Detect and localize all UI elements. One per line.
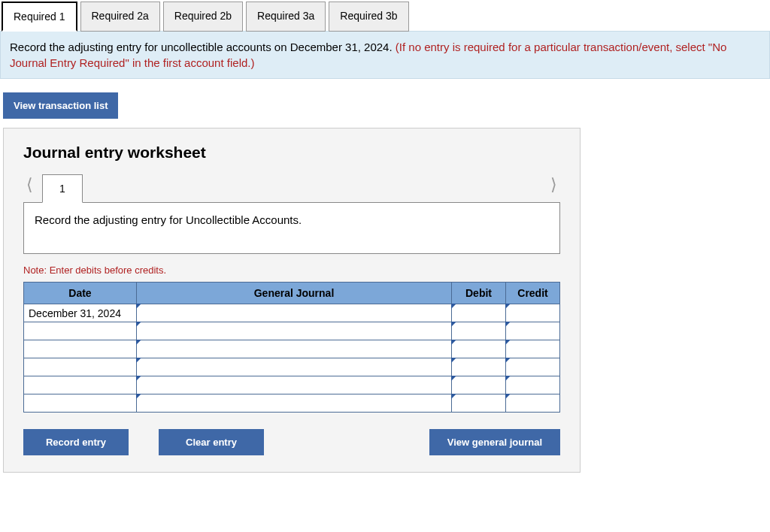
tab-required[interactable]: Required 2b	[163, 2, 243, 32]
journal-worksheet-panel: Journal entry worksheet ⟨ 1 ⟩ Record the…	[3, 128, 581, 473]
dropdown-indicator-icon	[451, 358, 456, 363]
date-cell[interactable]	[24, 394, 137, 413]
chevron-left-icon[interactable]: ⟨	[23, 172, 41, 202]
debit-cell[interactable]	[452, 394, 506, 413]
date-cell[interactable]	[24, 340, 137, 358]
gj-cell[interactable]	[137, 304, 452, 322]
gj-cell[interactable]	[137, 340, 452, 358]
worksheet-title: Journal entry worksheet	[23, 144, 560, 162]
debit-cell[interactable]	[452, 322, 506, 340]
gj-cell[interactable]	[137, 394, 452, 413]
tab-required[interactable]: Required 2a	[80, 2, 160, 32]
dropdown-indicator-icon	[505, 304, 511, 309]
debit-cell[interactable]	[452, 358, 506, 376]
col-header-general-journal: General Journal	[137, 283, 452, 304]
dropdown-indicator-icon	[505, 358, 511, 363]
chevron-right-icon[interactable]: ⟩	[543, 172, 560, 202]
required-tabs: Required 1Required 2aRequired 2bRequired…	[0, 0, 770, 32]
gj-cell[interactable]	[137, 322, 452, 340]
dropdown-indicator-icon	[451, 304, 456, 309]
dropdown-indicator-icon	[505, 394, 511, 399]
credit-cell[interactable]	[506, 322, 560, 340]
table-row	[24, 394, 560, 413]
gj-cell[interactable]	[137, 358, 452, 376]
dropdown-indicator-icon	[136, 394, 141, 399]
tab-required[interactable]: Required 1	[2, 2, 77, 32]
entry-description: Record the adjusting entry for Uncollect…	[23, 202, 560, 254]
record-entry-button[interactable]: Record entry	[23, 429, 129, 455]
date-cell[interactable]	[24, 358, 137, 376]
date-cell[interactable]	[24, 322, 137, 340]
tab-required[interactable]: Required 3a	[246, 2, 326, 32]
table-row	[24, 376, 560, 394]
table-row	[24, 322, 560, 340]
dropdown-indicator-icon	[136, 376, 141, 381]
worksheet-buttons: Record entry Clear entry View general jo…	[23, 429, 560, 455]
dropdown-indicator-icon	[136, 358, 141, 363]
credit-cell[interactable]	[506, 358, 560, 376]
dropdown-indicator-icon	[505, 322, 511, 327]
col-header-debit: Debit	[452, 283, 506, 304]
date-cell[interactable]	[24, 376, 137, 394]
col-header-credit: Credit	[506, 283, 560, 304]
dropdown-indicator-icon	[451, 340, 456, 345]
dropdown-indicator-icon	[136, 340, 141, 345]
debit-cell[interactable]	[452, 304, 506, 322]
date-cell[interactable]: December 31, 2024	[24, 304, 137, 322]
gj-cell[interactable]	[137, 376, 452, 394]
dropdown-indicator-icon	[451, 394, 456, 399]
pager-row: ⟨ 1 ⟩	[23, 172, 560, 202]
view-general-journal-button[interactable]: View general journal	[429, 429, 560, 455]
dropdown-indicator-icon	[136, 304, 141, 309]
table-row	[24, 358, 560, 376]
instruction-main: Record the adjusting entry for uncollect…	[10, 41, 396, 53]
journal-table: Date General Journal Debit Credit Decemb…	[23, 282, 560, 413]
dropdown-indicator-icon	[505, 376, 511, 381]
view-transaction-list-button[interactable]: View transaction list	[3, 92, 118, 119]
credit-cell[interactable]	[506, 340, 560, 358]
table-row: December 31, 2024	[24, 304, 560, 322]
dropdown-indicator-icon	[136, 322, 141, 327]
credit-cell[interactable]	[506, 394, 560, 413]
note-text: Note: Enter debits before credits.	[23, 264, 560, 276]
col-header-date: Date	[24, 283, 137, 304]
credit-cell[interactable]	[506, 376, 560, 394]
page-tab[interactable]: 1	[42, 174, 83, 203]
tab-required[interactable]: Required 3b	[329, 2, 408, 32]
instruction-bar: Record the adjusting entry for uncollect…	[0, 31, 770, 79]
table-row	[24, 340, 560, 358]
dropdown-indicator-icon	[505, 340, 511, 345]
credit-cell[interactable]	[506, 304, 560, 322]
dropdown-indicator-icon	[451, 376, 456, 381]
dropdown-indicator-icon	[451, 322, 456, 327]
clear-entry-button[interactable]: Clear entry	[159, 429, 264, 455]
debit-cell[interactable]	[452, 376, 506, 394]
debit-cell[interactable]	[452, 340, 506, 358]
